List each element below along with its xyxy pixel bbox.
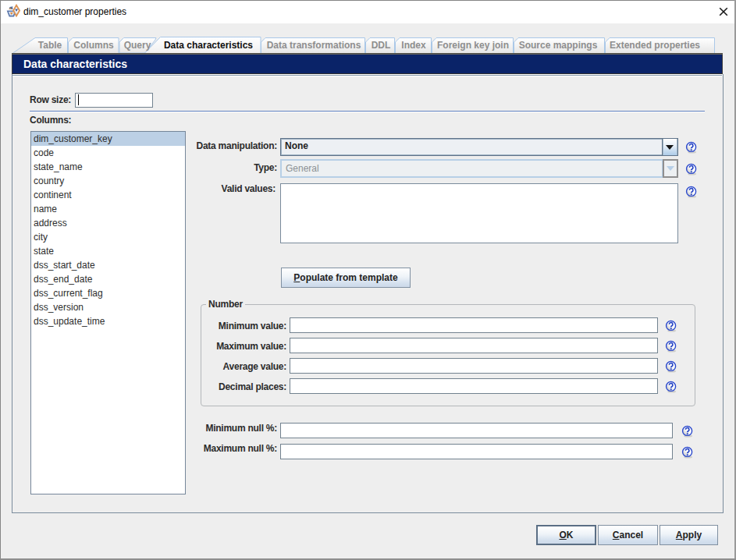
svg-text:Source mappings: Source mappings: [519, 40, 598, 51]
svg-text:Table: Table: [38, 40, 62, 51]
svg-text:Foreign key join: Foreign key join: [437, 40, 509, 51]
svg-text:Data transformations: Data transformations: [267, 40, 361, 51]
svg-text:Data characteristics: Data characteristics: [164, 40, 253, 51]
svg-text:Index: Index: [401, 40, 426, 51]
svg-text:Extended properties: Extended properties: [610, 40, 700, 51]
svg-text:Columns: Columns: [73, 40, 114, 51]
svg-text:Query: Query: [124, 40, 151, 51]
svg-text:DDL: DDL: [372, 40, 391, 51]
